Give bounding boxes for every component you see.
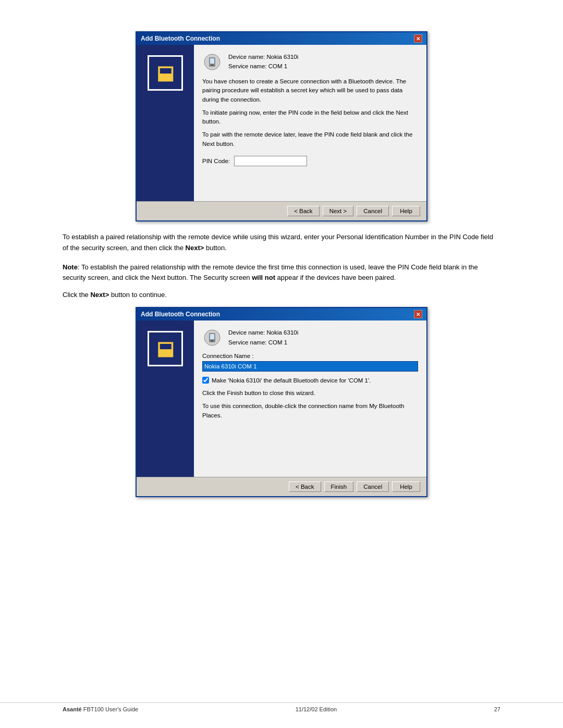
checkbox-label: Make 'Nokia 6310i' the default Bluetooth… <box>212 377 371 384</box>
pin-row: PIN Code: <box>202 156 418 166</box>
dialog1-cancel-button[interactable]: Cancel <box>357 206 389 216</box>
checkbox-row: Make 'Nokia 6310i' the default Bluetooth… <box>202 377 418 384</box>
service-name-label: Service name: <box>228 63 267 69</box>
dialog1-title: Add Bluetooth Connection <box>141 35 220 42</box>
page-bold-next: Next> <box>186 244 204 252</box>
svg-rect-3 <box>211 65 214 66</box>
dialog2-close-button[interactable]: ✕ <box>414 310 422 318</box>
dialog1-content: Device name: Nokia 6310i Service name: C… <box>194 45 426 201</box>
service-name-value-2: COM 1 <box>268 339 287 346</box>
click-bold: Next> <box>90 291 109 299</box>
dialog2-finish-button[interactable]: Finish <box>324 482 354 492</box>
device-name-value: Nokia 6310i <box>267 54 299 60</box>
device-info-row-2: Device name: Nokia 6310i Service name: C… <box>202 328 418 348</box>
page-footer: Asanté FBT100 User's Guide 11/12/02 Edit… <box>0 702 563 712</box>
click-post: button to continue. <box>111 291 167 299</box>
dialog1-back-button[interactable]: < Back <box>287 206 319 216</box>
connection-name-label: Connection Name : <box>202 353 418 359</box>
footer-page-number: 27 <box>494 706 500 712</box>
svg-rect-7 <box>211 340 214 341</box>
dialog2-help-button[interactable]: Help <box>392 482 420 492</box>
dialog2-titlebar: Add Bluetooth Connection ✕ <box>137 308 426 320</box>
page-text-1-pre: To establish a paired relationship with … <box>63 233 493 252</box>
device-name-value-2: Nokia 6310i <box>267 329 299 336</box>
device-details: Device name: Nokia 6310i Service name: C… <box>228 52 298 71</box>
dialog2-body: ⬓ Device name: Nokia 6310i Service <box>137 320 426 477</box>
phone-icon-2 <box>202 328 222 348</box>
dialog1-text3: To pair with the remote device later, le… <box>202 130 418 149</box>
dialog2-footer: < Back Finish Cancel Help <box>137 477 426 496</box>
pin-label: PIN Code: <box>202 158 230 164</box>
note-label: Note <box>63 263 78 271</box>
dialog2-cancel-button[interactable]: Cancel <box>357 482 389 492</box>
dialog1-window: Add Bluetooth Connection ✕ ⬓ Device <box>136 31 427 221</box>
phone-icon <box>202 52 222 72</box>
bluetooth-icon: ⬓ <box>156 62 174 84</box>
footer-brand: Asanté <box>63 706 82 712</box>
dialog2-title: Add Bluetooth Connection <box>141 311 220 318</box>
footer-left: Asanté FBT100 User's Guide <box>63 706 138 712</box>
dialog2-text1: Click the Finish button to close this wi… <box>202 389 418 398</box>
service-name-label-2: Service name: <box>228 339 267 346</box>
dialog2-sidebar: ⬓ <box>137 320 194 477</box>
pin-input[interactable] <box>234 156 307 166</box>
connection-name-input[interactable] <box>202 361 418 372</box>
footer-center: 11/12/02 Edition <box>296 706 337 712</box>
dialog1-sidebar: ⬓ <box>137 45 194 201</box>
click-next-instruction: Click the Next> button to continue. <box>63 291 500 299</box>
svg-rect-2 <box>210 58 214 64</box>
bluetooth-icon-box: ⬓ <box>148 55 183 91</box>
service-name-value: COM 1 <box>268 63 287 69</box>
device-name-label-2: Device name: <box>228 329 265 336</box>
note-will-not: will not <box>250 274 275 281</box>
footer-product: FBT100 User's Guide <box>82 706 138 712</box>
dialog1-next-button[interactable]: Next > <box>323 206 354 216</box>
device-info-row: Device name: Nokia 6310i Service name: C… <box>202 52 418 72</box>
page-note: Note: To establish the paired relationsh… <box>63 262 500 284</box>
dialog1-help-button[interactable]: Help <box>392 206 420 216</box>
dialog1-close-button[interactable]: ✕ <box>414 34 422 43</box>
dialog2-back-button[interactable]: < Back <box>289 482 321 492</box>
bluetooth-icon-2: ⬓ <box>156 338 174 360</box>
dialog1-text2: To initiate pairing now, enter the PIN c… <box>202 108 418 127</box>
dialog1-body: ⬓ Device name: Nokia 6310i Service <box>137 45 426 201</box>
svg-rect-6 <box>210 334 214 339</box>
dialog1-titlebar: Add Bluetooth Connection ✕ <box>137 32 426 45</box>
page-text-1: To establish a paired relationship with … <box>63 232 500 254</box>
bluetooth-icon-box-2: ⬓ <box>148 331 183 366</box>
dialog1-text1: You have chosen to create a Secure conne… <box>202 77 418 104</box>
dialog2-window: Add Bluetooth Connection ✕ ⬓ Device <box>136 307 427 497</box>
dialog2-content: Device name: Nokia 6310i Service name: C… <box>194 320 426 477</box>
dialog1-footer: < Back Next > Cancel Help <box>137 201 426 220</box>
device-name-label: Device name: <box>228 54 265 60</box>
default-device-checkbox[interactable] <box>202 377 209 384</box>
device-details-2: Device name: Nokia 6310i Service name: C… <box>228 328 298 347</box>
dialog2-text2: To use this connection, double-click the… <box>202 402 418 420</box>
note-suffix: appear if the devices have been paired. <box>275 274 396 281</box>
page-text-1-post: button. <box>206 244 227 252</box>
click-pre: Click the <box>63 291 89 299</box>
